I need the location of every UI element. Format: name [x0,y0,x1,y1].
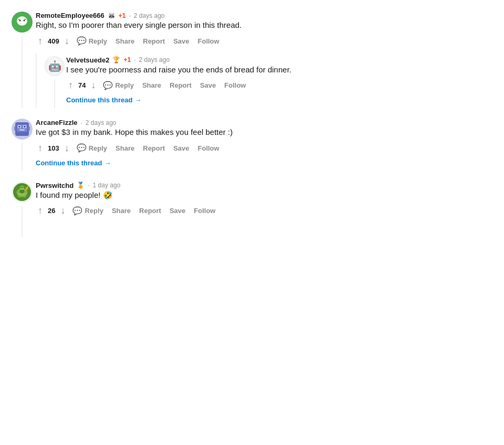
username: ArcaneFizzle [36,119,77,126]
comment-remote-employee: RemoteEmployee666 🦝 +1 · 2 days ago Righ… [8,6,496,108]
svg-point-3 [19,20,21,22]
save-button[interactable]: Save [166,205,188,217]
continue-thread-arrow: → [134,96,141,104]
dot-separator: · [80,119,82,126]
comment-left-col: 🤖 [43,56,66,109]
downvote-icon: ↓ [60,205,65,216]
share-button[interactable]: Share [112,35,138,47]
action-bar: ↑ 409 ↓ 💬 Reply Share Report Save Follow [36,34,496,49]
comment-left-col [8,182,36,237]
vote-count: 26 [47,207,56,215]
continue-thread-arrow: → [104,159,111,167]
comment-header: Velvetsuede2 🏆 +1 · 2 days ago [66,56,496,64]
comment-header: ArcaneFizzle · 2 days ago [36,119,496,126]
continue-thread-button-2[interactable]: Continue this thread → [36,157,111,169]
avatar [12,182,33,203]
share-button[interactable]: Share [139,79,164,91]
thread-line [22,143,23,171]
continue-thread-label: Continue this thread [36,159,102,167]
action-bar: ↑ 26 ↓ 💬 Reply Share Report Save Follow [36,203,496,218]
timestamp: 1 day ago [93,182,121,189]
svg-point-24 [20,186,24,190]
upvote-button[interactable]: ↑ [36,34,45,49]
share-button[interactable]: Share [112,142,138,154]
reply-button[interactable]: 💬 Reply [100,79,136,92]
downvote-icon: ↓ [91,80,96,91]
report-button[interactable]: Report [136,205,164,217]
comment-body: Right, so I'm poorer than every single p… [36,19,496,31]
follow-button[interactable]: Follow [191,205,218,217]
continue-thread-label: Continue this thread [66,96,132,104]
svg-rect-15 [18,133,21,135]
timestamp: 2 days ago [86,119,117,126]
downvote-button[interactable]: ↓ [62,34,71,49]
comment-left-col [8,12,36,108]
vote-count: 409 [47,37,60,45]
flair: 🦝 [108,12,116,19]
downvote-button[interactable]: ↓ [62,141,71,156]
upvote-button[interactable]: ↑ [36,203,45,218]
avatar-icon [15,15,29,29]
continue-thread-button[interactable]: Continue this thread → [66,94,141,106]
report-button[interactable]: Report [140,142,168,154]
report-button[interactable]: Report [140,35,168,47]
comment-body: I see you're poorness and raise you the … [66,64,496,76]
downvote-icon: ↓ [65,36,69,47]
svg-rect-13 [24,126,26,128]
nested-comment-velvetsuede: 🤖 Velvetsuede2 🏆 +1 · 2 days ago I see y… [36,53,496,109]
svg-point-26 [23,187,24,188]
save-button[interactable]: Save [170,142,192,154]
reply-icon: 💬 [77,143,87,153]
svg-rect-16 [23,133,26,135]
svg-rect-14 [19,129,25,131]
upvote-icon: ↑ [38,143,43,154]
flair: 🏅 [77,182,85,189]
comment-content: Pwrswitchd 🏅 · 1 day ago I found my peop… [36,182,496,237]
upvote-button[interactable]: ↑ [36,141,45,156]
comment-body: Ive got $3 in my bank. Hope this makes y… [36,126,496,139]
upvote-icon: ↑ [38,36,43,47]
svg-point-5 [20,22,24,24]
comment-header: RemoteEmployee666 🦝 +1 · 2 days ago [36,12,496,19]
report-button[interactable]: Report [166,79,195,91]
comment-arcanefizzle: ArcaneFizzle · 2 days ago Ive got $3 in … [8,113,496,171]
svg-point-0 [17,16,27,26]
share-button[interactable]: Share [109,205,134,217]
svg-rect-17 [14,126,16,131]
flair: 🏆 [112,56,120,63]
action-bar: ↑ 74 ↓ 💬 Reply Share Report Save [66,78,496,93]
follow-button[interactable]: Follow [195,35,223,47]
action-bar: ↑ 103 ↓ 💬 Reply Share Report Save Follow [36,141,496,156]
avatar [12,12,33,33]
arcane-avatar-icon [13,120,31,138]
comment-body: I found my people! 🤣 [36,189,496,202]
downvote-icon: ↓ [65,143,69,154]
dot-separator: · [88,182,89,189]
reply-icon: 💬 [77,36,87,46]
comment-content: ArcaneFizzle · 2 days ago Ive got $3 in … [36,119,496,171]
vote-count: 74 [77,81,87,89]
comment-header: Pwrswitchd 🏅 · 1 day ago [36,182,496,189]
upvote-icon: ↑ [38,205,43,216]
thread-line [22,36,23,108]
reply-button[interactable]: 💬 Reply [69,204,106,218]
score-badge: +1 [123,56,131,63]
reply-button[interactable]: 💬 Reply [74,141,110,155]
timestamp: 2 days ago [134,12,165,19]
follow-button[interactable]: Follow [221,79,249,91]
comment-content: RemoteEmployee666 🦝 +1 · 2 days ago Righ… [36,12,496,108]
comment-left-col [8,119,36,171]
username: Velvetsuede2 [66,56,109,64]
reply-icon: 💬 [103,81,113,90]
score-badge: +1 [119,12,126,19]
avatar: 🤖 [45,56,65,76]
dot-separator: · [134,56,135,63]
follow-button[interactable]: Follow [195,142,223,154]
reply-button[interactable]: 💬 Reply [74,34,110,48]
downvote-button[interactable]: ↓ [89,78,98,93]
downvote-button[interactable]: ↓ [58,203,67,218]
save-button[interactable]: Save [170,35,192,47]
save-button[interactable]: Save [197,79,219,91]
upvote-button[interactable]: ↑ [66,78,75,93]
svg-rect-18 [28,126,30,131]
